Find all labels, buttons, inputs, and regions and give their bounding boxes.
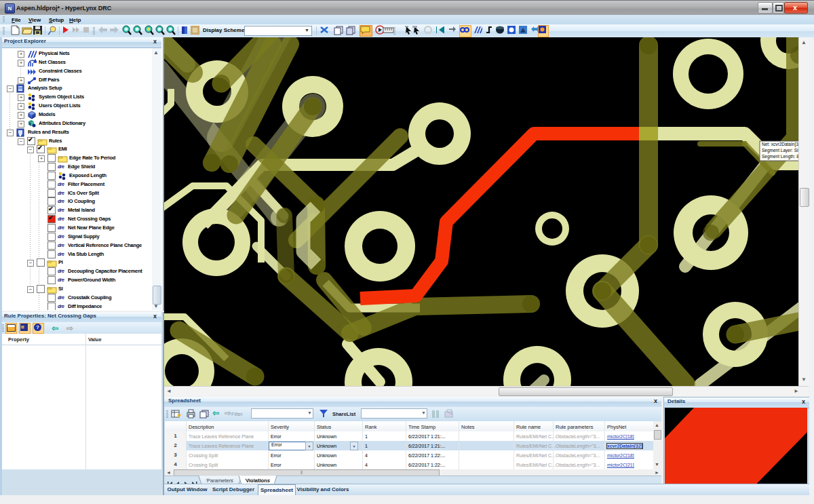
svg-text:Net: xcvr2DataIn[32]: Net: xcvr2DataIn[32] <box>762 142 798 147</box>
svg-text:Segment Length: 8.4: Segment Length: 8.4 <box>762 154 798 159</box>
svg-text:Segment Layer: SIGI: Segment Layer: SIGI <box>762 148 798 153</box>
